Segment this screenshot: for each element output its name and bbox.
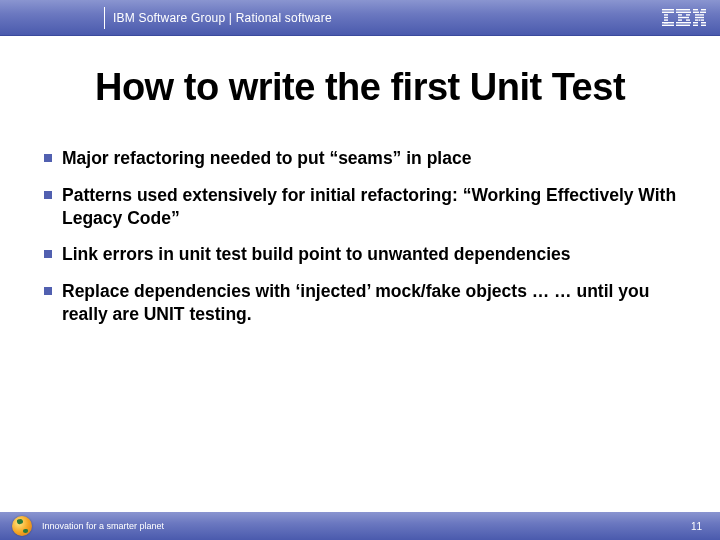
bullet-text: Replace dependencies with ‘injected’ moc… [62,280,690,326]
svg-rect-13 [678,19,682,20]
svg-rect-14 [686,19,690,20]
bullet-text: Link errors in unit test build point to … [62,243,571,266]
slide-footer: Innovation for a smarter planet 11 [0,512,720,540]
svg-rect-29 [693,25,698,26]
bullet-item: Major refactoring needed to put “seams” … [44,147,690,170]
svg-rect-6 [662,22,674,23]
svg-rect-2 [664,14,668,15]
svg-rect-7 [662,25,674,26]
ibm-logo-icon [662,9,706,27]
svg-rect-25 [699,19,701,20]
bullet-item: Link errors in unit test build point to … [44,243,690,266]
svg-rect-11 [686,14,690,15]
svg-rect-20 [700,12,706,13]
bullet-text: Patterns used extensively for initial re… [62,184,690,230]
svg-rect-8 [676,9,690,10]
svg-rect-21 [695,14,700,15]
svg-rect-30 [701,25,706,26]
svg-rect-9 [676,12,691,13]
svg-rect-16 [676,25,690,26]
svg-rect-18 [701,9,706,10]
bullet-item: Patterns used extensively for initial re… [44,184,690,230]
svg-rect-22 [700,14,705,15]
svg-rect-4 [664,19,668,20]
slide-content: Major refactoring needed to put “seams” … [0,109,720,326]
svg-rect-24 [695,19,698,20]
page-number: 11 [691,521,702,532]
svg-rect-0 [662,9,674,10]
svg-rect-26 [701,19,704,20]
bullet-square-icon [44,154,52,162]
header-group-text: IBM Software Group | Rational software [113,11,332,25]
header-divider [104,7,105,29]
bullet-text: Major refactoring needed to put “seams” … [62,147,471,170]
globe-icon [12,516,32,536]
svg-rect-23 [695,17,704,18]
slide-header: IBM Software Group | Rational software [0,0,720,36]
footer-tagline: Innovation for a smarter planet [42,521,164,531]
svg-rect-10 [678,14,682,15]
bullet-square-icon [44,191,52,199]
svg-rect-28 [701,22,706,23]
svg-rect-3 [664,17,668,18]
svg-rect-12 [678,17,689,18]
slide-title: How to write the first Unit Test [0,66,720,109]
svg-rect-19 [693,12,699,13]
svg-rect-27 [693,22,698,23]
svg-rect-17 [693,9,698,10]
bullet-item: Replace dependencies with ‘injected’ moc… [44,280,690,326]
bullet-square-icon [44,250,52,258]
svg-rect-1 [662,12,674,13]
svg-rect-15 [676,22,691,23]
bullet-square-icon [44,287,52,295]
